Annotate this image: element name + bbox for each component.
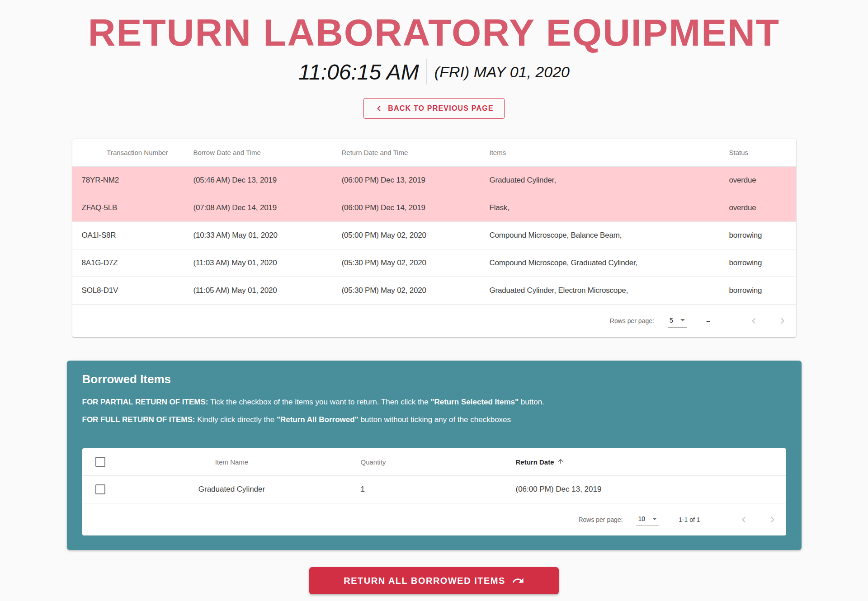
previous-page-button[interactable]	[738, 514, 749, 525]
cell-borrow-date: (07:08 AM) Dec 14, 2019	[193, 203, 342, 212]
cell-transaction-number: ZFAQ-5LB	[82, 203, 193, 212]
status-badge: overdue	[729, 176, 796, 185]
cell-return-date: (05:30 PM) May 02, 2020	[342, 258, 490, 268]
table-row[interactable]: SOL8-D1V (11:05 AM) May 01, 2020 (05:30 …	[72, 277, 796, 305]
instruction-highlight: "Return All Borrowed"	[277, 415, 359, 424]
transactions-table-header: Transaction Number Borrow Date and Time …	[72, 139, 796, 167]
table-row[interactable]: OA1I-S8R (10:33 AM) May 01, 2020 (05:00 …	[72, 222, 796, 249]
cell-quantity: 1	[353, 485, 508, 494]
caret-down-icon	[652, 518, 657, 520]
status-badge: borrowing	[729, 286, 796, 295]
rows-per-page-label: Rows per page:	[578, 516, 623, 523]
cell-items: Flask,	[490, 203, 729, 212]
column-header-return-date: Return Date and Time	[342, 149, 490, 156]
column-header-item-name: Item Name	[111, 458, 353, 466]
cell-items: Graduated Cylinder, Electron Microscope,	[490, 286, 729, 295]
rows-per-page-select[interactable]: 5	[668, 315, 687, 328]
return-all-borrowed-items-button[interactable]: RETURN ALL BORROWED ITEMS	[309, 567, 559, 594]
column-header-items: Items	[490, 149, 729, 156]
clock-time: 11:06:15 AM	[298, 60, 419, 85]
borrowed-items-table-card: Item Name Quantity Return Date Graduated…	[82, 448, 786, 535]
instruction-text: Kindly click directly the	[195, 415, 276, 424]
rows-per-page-select[interactable]: 10	[636, 513, 659, 526]
cell-transaction-number: 8A1G-D7Z	[82, 258, 193, 268]
sort-ascending-icon	[557, 458, 564, 466]
cell-return-date: (06:00 PM) Dec 13, 2019	[508, 485, 786, 494]
datetime-divider	[426, 59, 427, 85]
return-date-header-label: Return Date	[516, 458, 554, 466]
next-page-button[interactable]	[767, 514, 778, 525]
cell-items: Compound Microscope, Graduated Cylinder,	[490, 258, 729, 268]
return-all-button-label: RETURN ALL BORROWED ITEMS	[344, 576, 505, 586]
pagination-range: –	[707, 317, 710, 324]
cell-borrow-date: (11:03 AM) May 01, 2020	[193, 258, 342, 268]
cell-return-date: (05:30 PM) May 02, 2020	[342, 286, 490, 295]
cell-transaction-number: SOL8-D1V	[82, 286, 193, 295]
cell-borrow-date: (11:05 AM) May 01, 2020	[193, 286, 342, 295]
previous-page-button[interactable]	[748, 315, 759, 326]
instruction-text: Tick the checkbox of the items you want …	[208, 398, 430, 406]
cell-items: Compound Microscope, Balance Beam,	[490, 231, 729, 240]
column-header-quantity: Quantity	[353, 458, 508, 466]
cell-borrow-date: (05:46 AM) Dec 13, 2019	[193, 176, 342, 185]
column-header-transaction-number: Transaction Number	[82, 149, 193, 156]
borrowed-items-heading: Borrowed Items	[82, 372, 786, 386]
borrowed-items-panel: Borrowed Items FOR PARTIAL RETURN OF ITE…	[67, 361, 802, 550]
partial-return-instruction: FOR PARTIAL RETURN OF ITEMS: Tick the ch…	[82, 398, 786, 407]
cell-transaction-number: 78YR-NM2	[82, 176, 193, 185]
caret-down-icon	[680, 319, 685, 321]
chevron-left-icon	[374, 104, 383, 113]
select-all-checkbox[interactable]	[95, 457, 105, 467]
transactions-pagination: Rows per page: 5 –	[72, 305, 796, 337]
rows-per-page-value: 5	[670, 317, 673, 324]
status-badge: borrowing	[729, 231, 796, 240]
item-checkbox[interactable]	[95, 484, 105, 494]
cell-transaction-number: OA1I-S8R	[82, 231, 193, 240]
page-title: RETURN LABORATORY EQUIPMENT	[0, 11, 868, 55]
back-button-label: BACK TO PREVIOUS PAGE	[388, 104, 494, 113]
redo-arrow-icon	[512, 574, 524, 587]
instruction-label: FOR PARTIAL RETURN OF ITEMS:	[82, 398, 208, 406]
instruction-tail: button.	[519, 398, 544, 406]
cell-borrow-date: (10:33 AM) May 01, 2020	[193, 231, 342, 240]
borrowed-items-pagination: Rows per page: 10 1-1 of 1	[82, 503, 786, 535]
rows-per-page-label: Rows per page:	[610, 317, 654, 324]
cell-item-name: Graduated Cylinder	[111, 485, 353, 494]
column-header-return-date-sort[interactable]: Return Date	[508, 458, 786, 466]
table-row[interactable]: ZFAQ-5LB (07:08 AM) Dec 14, 2019 (06:00 …	[72, 194, 796, 222]
table-row[interactable]: 78YR-NM2 (05:46 AM) Dec 13, 2019 (06:00 …	[72, 167, 796, 194]
instruction-label: FOR FULL RETURN OF ITEMS:	[82, 415, 195, 424]
borrowed-item-row: Graduated Cylinder 1 (06:00 PM) Dec 13, …	[82, 476, 786, 503]
borrowed-items-table-header: Item Name Quantity Return Date	[82, 448, 786, 476]
cell-return-date: (06:00 PM) Dec 14, 2019	[342, 203, 490, 212]
datetime-row: 11:06:15 AM (FRI) MAY 01, 2020	[0, 59, 868, 85]
instruction-highlight: "Return Selected Items"	[430, 398, 519, 406]
current-date: (FRI) MAY 01, 2020	[434, 63, 570, 81]
back-to-previous-page-button[interactable]: BACK TO PREVIOUS PAGE	[363, 98, 505, 119]
cell-return-date: (06:00 PM) Dec 13, 2019	[342, 176, 490, 185]
column-header-borrow-date: Borrow Date and Time	[193, 149, 342, 156]
status-badge: overdue	[729, 203, 796, 212]
column-header-status: Status	[729, 149, 796, 156]
next-page-button[interactable]	[777, 315, 788, 326]
pagination-range: 1-1 of 1	[679, 516, 700, 523]
rows-per-page-value: 10	[638, 515, 645, 522]
full-return-instruction: FOR FULL RETURN OF ITEMS: Kindly click d…	[82, 415, 786, 424]
instruction-tail: button without ticking any of the checkb…	[359, 415, 511, 424]
transactions-table-card: Transaction Number Borrow Date and Time …	[72, 139, 796, 337]
cell-return-date: (05:00 PM) May 02, 2020	[342, 231, 490, 240]
table-row[interactable]: 8A1G-D7Z (11:03 AM) May 01, 2020 (05:30 …	[72, 249, 796, 277]
cell-items: Graduated Cylinder,	[490, 176, 729, 185]
status-badge: borrowing	[729, 258, 796, 268]
